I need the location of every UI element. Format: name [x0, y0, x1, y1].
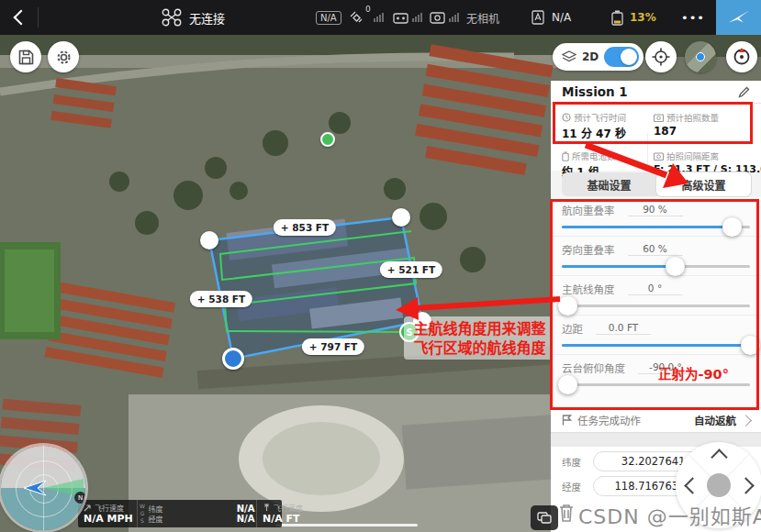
satellite-count: 0 — [365, 5, 371, 14]
camera-signal-icon — [430, 11, 445, 24]
dpad-center-dot[interactable] — [707, 473, 731, 497]
rc-signal-bars-icon — [412, 13, 422, 22]
connection-status: 无连接 — [189, 0, 225, 35]
slider-thumb[interactable] — [722, 217, 742, 237]
margin-slider[interactable] — [562, 336, 750, 356]
mission-end-value: 自动返航 — [694, 413, 736, 427]
drone-icon — [162, 8, 182, 27]
edge-length-label[interactable]: + 797 FT — [302, 338, 364, 355]
mission-end-label: 任务完成动作 — [577, 413, 641, 427]
slider-thumb[interactable] — [558, 375, 577, 394]
annotation-tip-box: 主航线角度用来调整 飞行区域的航线角度 — [404, 316, 555, 360]
wgs-label: WGS — [140, 503, 146, 525]
setting-row-course-angle: 主航线角度 0 ° — [551, 276, 761, 316]
more-menu-button[interactable]: ••• — [677, 0, 709, 35]
satellite-signal-bars-icon — [374, 13, 384, 22]
map-mode-label: 2D — [582, 50, 599, 63]
battery-icon[interactable] — [611, 10, 623, 26]
mission-title: Mission 1 — [562, 84, 628, 99]
mission-settings-button[interactable] — [48, 41, 79, 72]
battery-count-icon — [562, 151, 569, 161]
back-button[interactable] — [9, 0, 33, 35]
flight-mode-value: N/A — [552, 0, 571, 35]
remote-controller-icon — [393, 11, 408, 24]
tab-basic-settings[interactable]: 基础设置 — [562, 172, 656, 196]
chevron-right-icon — [740, 415, 752, 427]
edge-length-label[interactable]: + 853 FT — [274, 219, 336, 236]
satellite-icon — [349, 10, 364, 25]
edit-pencil-icon[interactable] — [738, 86, 750, 98]
map-mode-toggle[interactable]: 2D — [553, 43, 643, 71]
compass-button[interactable] — [726, 41, 757, 72]
dpad-right-icon[interactable] — [737, 477, 754, 493]
telemetry-bar: 飞行速度 N/A MPH WGS 纬度 N/A 经度 N/A 飞行高度 N/A … — [78, 500, 282, 527]
map-layer-button[interactable] — [531, 505, 558, 530]
advanced-settings-list: 航向重叠率 90 % 旁向重叠率 60 % 主航线角度 0 ° — [551, 197, 761, 407]
compass-north-icon — [732, 47, 752, 67]
minimap-location-dot — [696, 52, 705, 61]
course-angle-slider[interactable] — [562, 296, 750, 316]
polygon-vertex-selected[interactable] — [222, 348, 244, 370]
aircraft-arrow-icon — [23, 479, 47, 497]
settings-tabs: 基础设置 高级设置 — [562, 172, 751, 196]
edge-length-label[interactable]: + 538 FT — [190, 291, 252, 307]
setting-value-input[interactable]: 0 ° — [628, 283, 683, 295]
setting-row-gimbal-pitch: 云台俯仰角度 -90.0 ° — [551, 355, 761, 394]
screenshot-layers-icon — [537, 512, 552, 524]
trash-icon — [557, 503, 576, 523]
airplane-icon — [727, 7, 751, 28]
setting-label: 主航线角度 — [562, 282, 615, 296]
slider-thumb[interactable] — [558, 296, 577, 316]
setting-label: 边距 — [562, 321, 583, 336]
mission-end-action-row[interactable]: 任务完成动作 自动返航 — [551, 407, 761, 432]
stat-label: 所需电池数 — [572, 150, 616, 162]
map-2d-switch[interactable] — [604, 47, 639, 67]
setting-value-input[interactable]: 90 % — [628, 204, 683, 216]
polygon-vertex[interactable] — [200, 231, 218, 249]
side-overlap-slider[interactable] — [562, 257, 750, 277]
polygon-vertex[interactable] — [392, 208, 410, 227]
layers-icon — [562, 50, 576, 63]
annotation-tip-line2: 飞行区域的航线角度 — [413, 338, 545, 358]
battery-percent: 13% — [630, 0, 656, 35]
top-status-bar: 无连接 N/A 0 无相机 N/A — [0, 0, 761, 35]
setting-row-forward-overlap: 航向重叠率 90 % — [551, 197, 761, 237]
edge-length-label[interactable]: + 521 FT — [380, 261, 442, 278]
setting-label: 旁向重叠率 — [562, 242, 615, 257]
longitude-label: 经度 — [562, 480, 581, 493]
setting-value-input[interactable]: 0.0 FT — [596, 322, 651, 335]
dpad-up-icon[interactable] — [711, 449, 727, 465]
gps-signal-badge: N/A — [316, 11, 341, 25]
altitude-icon — [263, 504, 271, 512]
camera-signal-bars-icon — [449, 13, 459, 22]
setting-value-input[interactable]: 60 % — [628, 243, 683, 256]
flag-icon — [562, 415, 572, 426]
minimap-button[interactable] — [685, 41, 716, 72]
mission-panel: Mission 1 预计飞行时间 11 分 47 秒 预计拍照数量 187 所需… — [551, 81, 761, 532]
setting-label: 云台俯仰角度 — [562, 360, 625, 375]
setting-row-side-overlap: 旁向重叠率 60 % — [551, 237, 761, 276]
gps-lat-label: 纬度 — [149, 504, 163, 514]
back-chevron-icon — [14, 10, 29, 26]
speed-label: 飞行速度 — [95, 503, 124, 513]
takeoff-button[interactable] — [716, 0, 761, 35]
attitude-compass[interactable]: N — [1, 446, 85, 530]
dpad-left-icon[interactable] — [684, 477, 700, 493]
slider-thumb[interactable] — [741, 336, 760, 355]
speed-icon — [84, 504, 92, 512]
waypoint-dot[interactable] — [320, 132, 335, 147]
locate-button[interactable] — [645, 41, 677, 72]
flight-mode-icon[interactable] — [531, 10, 545, 25]
photo-interval-icon — [654, 152, 664, 161]
forward-overlap-slider[interactable] — [562, 217, 750, 238]
setting-label: 航向重叠率 — [562, 203, 615, 217]
gear-icon — [55, 49, 73, 66]
camera-count-icon — [654, 114, 664, 122]
gps-lng-value: N/A — [237, 514, 255, 524]
save-icon — [18, 50, 34, 65]
altitude-label: 飞行高度 — [274, 503, 303, 513]
slider-thumb[interactable] — [666, 257, 685, 276]
stat-label: 拍照间隔距离 — [666, 150, 719, 162]
save-mission-button[interactable] — [10, 41, 41, 72]
tab-advanced-settings[interactable]: 高级设置 — [656, 172, 751, 196]
